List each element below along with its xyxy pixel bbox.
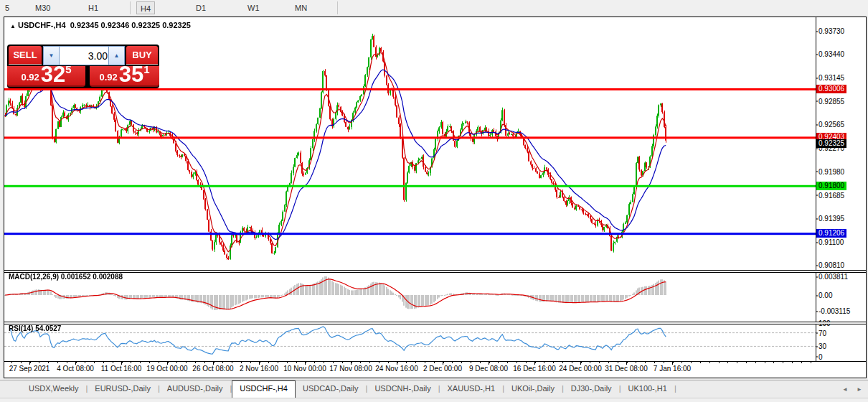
time-axis-minor-tick bbox=[388, 362, 389, 363]
time-axis-minor-tick bbox=[131, 362, 131, 363]
time-axis-minor-tick bbox=[443, 362, 444, 363]
time-axis-minor-tick bbox=[85, 362, 85, 363]
time-axis-minor-tick bbox=[608, 362, 609, 363]
time-axis-minor-tick bbox=[122, 362, 123, 363]
time-axis-minor-tick bbox=[241, 362, 242, 363]
time-axis-minor-tick bbox=[461, 362, 462, 363]
sell-price-display[interactable]: 0.92325 bbox=[7, 66, 85, 87]
time-axis-minor-tick bbox=[360, 362, 361, 363]
tab-audusd-daily[interactable]: AUDUSD-,Daily bbox=[160, 380, 230, 398]
time-axis-minor-tick bbox=[76, 362, 77, 363]
time-axis-label: 10 Nov 00:00 bbox=[283, 365, 326, 373]
rsi-axis-label: 30 bbox=[819, 342, 826, 350]
rsi-pane-separator[interactable] bbox=[4, 322, 866, 324]
time-axis-minor-tick bbox=[801, 362, 802, 363]
tab-usdcnh-daily[interactable]: USDCNH-,Daily bbox=[367, 380, 438, 398]
tab-usdx-weekly[interactable]: USDX,Weekly bbox=[22, 380, 85, 398]
time-axis-minor-tick bbox=[590, 362, 590, 363]
time-axis-minor-tick bbox=[765, 362, 765, 363]
time-axis-line bbox=[4, 361, 866, 362]
tab-usdchf-h4[interactable]: USDCHF-,H4 bbox=[232, 380, 296, 398]
price-axis-label: 0.91980 bbox=[819, 167, 844, 175]
buy-price-display[interactable]: 0.92351 bbox=[90, 66, 159, 87]
timeframe-button-h1[interactable]: H1 bbox=[85, 1, 102, 14]
time-axis-minor-tick bbox=[113, 362, 113, 363]
time-axis-minor-tick bbox=[168, 362, 169, 363]
price-level-badge: 0.91800 bbox=[816, 182, 846, 190]
bottom-strip bbox=[0, 398, 868, 402]
tab-xauusd-h1[interactable]: XAUUSD-,H1 bbox=[440, 380, 503, 398]
macd-axis-label: 0.00 bbox=[819, 291, 832, 299]
price-axis-label: 0.90810 bbox=[819, 261, 844, 269]
tab-uk100-h1[interactable]: UK100-,H1 bbox=[621, 380, 674, 398]
time-axis-label: 26 Oct 08:00 bbox=[192, 365, 233, 373]
time-axis-minor-tick bbox=[425, 362, 425, 363]
time-axis-minor-tick bbox=[214, 362, 214, 363]
time-axis-minor-tick bbox=[498, 362, 499, 363]
time-axis-minor-tick bbox=[57, 362, 58, 363]
buy-price-prefix: 0.92 bbox=[99, 72, 117, 83]
tab-dj30-daily[interactable]: DJ30-,Daily bbox=[564, 380, 619, 398]
time-axis-minor-tick bbox=[746, 362, 747, 363]
timeframe-toolbar: 5M30H1H4D1W1MN bbox=[0, 0, 868, 16]
time-axis-minor-tick bbox=[664, 362, 664, 363]
sell-button[interactable]: SELL bbox=[9, 46, 42, 65]
time-axis-minor-tick bbox=[783, 362, 783, 363]
time-axis-minor-tick bbox=[268, 362, 269, 363]
price-axis-label: 0.93730 bbox=[819, 27, 844, 35]
time-axis-label: 2 Dec 00:00 bbox=[423, 365, 462, 373]
time-axis-minor-tick bbox=[30, 362, 31, 363]
one-click-trading-panel: SELL ▼ ▲ BUY 0.92325 0.92351 bbox=[7, 45, 159, 88]
collapse-arrow-icon[interactable]: ▲ bbox=[10, 23, 16, 29]
time-axis-minor-tick bbox=[406, 362, 407, 363]
time-axis-minor-tick bbox=[599, 362, 600, 363]
price-level-badge: 0.93006 bbox=[816, 85, 846, 93]
volume-input[interactable] bbox=[60, 47, 108, 65]
time-axis-minor-tick bbox=[654, 362, 655, 363]
time-axis-minor-tick bbox=[260, 362, 260, 363]
time-axis-label: 19 Oct 00:00 bbox=[146, 365, 187, 373]
tab-scroll-right-icon[interactable]: ► bbox=[857, 386, 862, 393]
time-axis-minor-tick bbox=[553, 362, 554, 363]
time-axis-minor-tick bbox=[287, 362, 288, 363]
price-axis-label: 0.92565 bbox=[819, 121, 844, 128]
tab-usdcad-daily[interactable]: USDCAD-,Daily bbox=[296, 380, 366, 398]
time-axis-minor-tick bbox=[314, 362, 315, 363]
time-axis-label: 11 Oct 16:00 bbox=[101, 365, 142, 373]
time-axis-minor-tick bbox=[452, 362, 453, 363]
tab-scroll-left-icon[interactable]: ◄ bbox=[842, 386, 848, 393]
timeframe-button-m30[interactable]: M30 bbox=[32, 1, 54, 14]
timeframe-button-5[interactable]: 5 bbox=[1, 1, 13, 14]
time-axis-minor-tick bbox=[572, 362, 572, 363]
time-axis-minor-tick bbox=[562, 362, 563, 363]
time-axis-minor-tick bbox=[176, 362, 177, 363]
timeframe-button-h4[interactable]: H4 bbox=[136, 1, 155, 14]
time-axis-minor-tick bbox=[278, 362, 278, 363]
time-axis-minor-tick bbox=[149, 362, 150, 363]
macd-pane-separator[interactable] bbox=[4, 270, 866, 273]
time-axis-minor-tick bbox=[352, 362, 352, 363]
time-axis-label: 4 Oct 08:00 bbox=[57, 365, 94, 373]
macd-axis-label: -0.003115 bbox=[819, 307, 850, 315]
chart-symbol: USDCHF-,H4 bbox=[18, 21, 66, 29]
timeframe-button-mn[interactable]: MN bbox=[291, 1, 311, 14]
tab-eurusd-daily[interactable]: EURUSD-,Daily bbox=[88, 380, 158, 398]
time-axis-minor-tick bbox=[397, 362, 398, 363]
price-axis-label: 0.91685 bbox=[819, 191, 844, 199]
rsi-label: RSI(14) 54.0527 bbox=[9, 324, 61, 332]
time-axis-minor-tick bbox=[204, 362, 205, 363]
time-axis-label: 24 Nov 16:00 bbox=[375, 365, 418, 373]
time-axis-minor-tick bbox=[379, 362, 379, 363]
timeframe-button-w1[interactable]: W1 bbox=[244, 1, 263, 14]
time-axis-label: 2 Nov 16:00 bbox=[240, 365, 278, 373]
price-level-badge: 0.92325 bbox=[816, 139, 846, 148]
time-axis-minor-tick bbox=[94, 362, 95, 363]
time-axis-minor-tick bbox=[250, 362, 251, 363]
time-axis-minor-tick bbox=[700, 362, 701, 363]
macd-label: MACD(12,26,9) 0.001652 0.002088 bbox=[9, 273, 123, 281]
sell-price-prefix: 0.92 bbox=[21, 72, 39, 83]
time-axis-minor-tick bbox=[21, 362, 22, 363]
time-axis-minor-tick bbox=[811, 362, 811, 363]
tab-ukoil-daily[interactable]: UKOil-,Daily bbox=[504, 380, 562, 398]
timeframe-button-d1[interactable]: D1 bbox=[192, 1, 209, 14]
